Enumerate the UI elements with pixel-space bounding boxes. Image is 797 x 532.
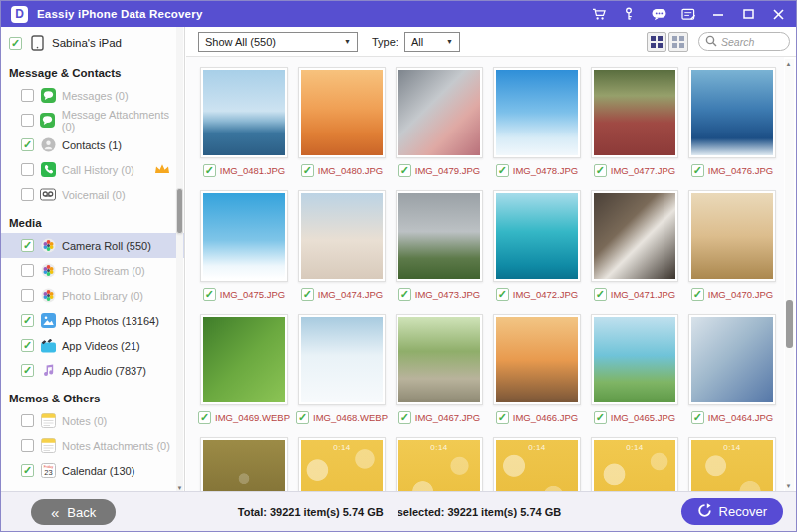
device-checkbox[interactable]: ✓ [9,37,22,50]
photo-checkbox[interactable]: ✓ [496,288,509,301]
photo-thumbnail[interactable] [298,67,386,158]
sidebar-item-camera-roll[interactable]: ✓ Camera Roll (550) [1,233,184,258]
sidebar-item-photo-library[interactable]: ✓ Photo Library (0) [1,283,184,308]
photo-item[interactable]: ✓ IMG_0478.JPG [489,67,585,182]
photo-checkbox[interactable]: ✓ [496,164,509,177]
item-checkbox[interactable]: ✓ [21,464,34,477]
filter-dropdown[interactable]: Show All (550) ▼ [198,32,358,52]
photo-thumbnail[interactable]: 0:14 [688,437,776,493]
item-checkbox[interactable]: ✓ [21,439,34,452]
photo-checkbox[interactable]: ✓ [594,411,607,424]
photo-thumbnail[interactable]: 0:14 [591,437,678,493]
photo-checkbox[interactable]: ✓ [203,164,216,177]
item-checkbox[interactable]: ✓ [21,89,34,102]
photo-checkbox[interactable]: ✓ [398,411,411,424]
photo-thumbnail[interactable] [396,190,483,282]
photo-item[interactable]: ✓ [196,437,292,493]
feedback-chat-icon[interactable] [651,6,666,22]
search-input[interactable] [721,36,783,48]
item-checkbox[interactable]: ✓ [21,314,34,327]
main-scrollbar-thumb[interactable] [786,300,793,348]
photo-item[interactable]: ✓ IMG_0472.JPG [489,190,585,306]
photo-thumbnail[interactable]: 0:14 [396,437,483,493]
key-icon[interactable] [621,6,637,22]
photo-thumbnail[interactable] [493,190,581,282]
item-checkbox[interactable]: ✓ [21,289,34,302]
photo-thumbnail[interactable]: 0:14 [493,437,581,493]
sidebar-item-notes-attachments[interactable]: ✓ Notes Attachments (0) [1,433,184,458]
item-checkbox[interactable]: ✓ [21,138,34,151]
type-dropdown[interactable]: All ▼ [404,32,460,52]
photo-thumbnail[interactable] [688,67,776,158]
photo-item[interactable]: ✓ IMG_0468.WEBP [294,314,390,429]
back-button[interactable]: « Back [31,499,116,525]
sidebar-item-calendar[interactable]: ✓ Friday23 Calendar (130) [1,458,184,483]
photo-thumbnail[interactable] [493,67,581,158]
photo-item[interactable]: ✓ IMG_0469.WEBP [196,314,292,429]
photo-checkbox[interactable]: ✓ [594,164,607,177]
photo-thumbnail[interactable] [200,67,288,158]
sidebar-item-contacts[interactable]: ✓ Contacts (1) [1,133,184,157]
photo-checkbox[interactable]: ✓ [691,164,704,177]
photo-checkbox[interactable]: ✓ [398,164,411,177]
scroll-down-arrow[interactable]: ▼ [785,483,792,489]
photo-item[interactable]: ✓ IMG_0474.JPG [294,190,390,306]
item-checkbox[interactable]: ✓ [21,188,34,201]
register-form-icon[interactable] [680,6,696,22]
photo-item[interactable]: ✓ IMG_0470.JPG [684,190,780,306]
photo-item[interactable]: ✓ IMG_0481.JPG [196,67,292,182]
item-checkbox[interactable]: ✓ [21,339,34,352]
photo-item[interactable]: 0:14 ✓ [294,437,390,493]
photo-thumbnail[interactable] [591,67,678,158]
photo-item[interactable]: 0:14 ✓ [684,437,780,493]
photo-item[interactable]: 0:14 ✓ [489,437,585,493]
photo-item[interactable]: 0:14 ✓ [587,437,682,493]
photo-checkbox[interactable]: ✓ [496,411,509,424]
grid-view-button[interactable] [647,32,666,52]
photo-checkbox[interactable]: ✓ [398,288,411,301]
cart-icon[interactable] [591,6,607,22]
close-button[interactable] [770,6,786,22]
item-checkbox[interactable]: ✓ [21,239,34,252]
item-checkbox[interactable]: ✓ [21,163,34,176]
sidebar-item-app-videos[interactable]: ✓ App Videos (21) [1,333,184,358]
photo-thumbnail[interactable] [200,437,288,493]
photo-thumbnail[interactable] [298,190,386,282]
list-view-button[interactable] [668,32,688,52]
photo-checkbox[interactable]: ✓ [691,288,704,301]
device-row[interactable]: ✓ Sabina's iPad [1,27,184,57]
photo-thumbnail[interactable] [200,190,288,282]
photo-item[interactable]: ✓ IMG_0465.JPG [587,314,682,429]
photo-item[interactable]: ✓ IMG_0475.JPG [196,190,292,306]
sidebar-item-photo-stream[interactable]: ✓ Photo Stream (0) [1,258,184,283]
photo-item[interactable]: ✓ IMG_0473.JPG [392,190,487,306]
minimize-button[interactable] [710,6,726,22]
photo-item[interactable]: ✓ IMG_0479.JPG [392,67,487,182]
photo-checkbox[interactable]: ✓ [594,288,607,301]
sidebar-item-app-audio[interactable]: ✓ App Audio (7837) [1,358,184,383]
photo-checkbox[interactable]: ✓ [198,411,211,424]
photo-thumbnail[interactable] [591,314,678,405]
photo-checkbox[interactable]: ✓ [691,411,704,424]
photo-thumbnail[interactable]: 0:14 [298,437,386,493]
photo-thumbnail[interactable] [688,190,776,282]
photo-checkbox[interactable]: ✓ [301,288,314,301]
recover-button[interactable]: Recover [681,498,783,525]
photo-thumbnail[interactable] [298,314,386,405]
sidebar-item-notes[interactable]: ✓ Notes (0) [1,408,184,433]
photo-item[interactable]: ✓ IMG_0476.JPG [684,67,780,182]
photo-thumbnail[interactable] [591,190,678,282]
photo-thumbnail[interactable] [493,314,581,405]
item-checkbox[interactable]: ✓ [21,114,34,127]
photo-item[interactable]: ✓ IMG_0471.JPG [587,190,682,306]
item-checkbox[interactable]: ✓ [21,414,34,427]
main-scrollbar[interactable]: ▲ ▼ [785,59,794,491]
photo-item[interactable]: ✓ IMG_0467.JPG [392,314,487,429]
photo-thumbnail[interactable] [396,314,483,405]
photo-thumbnail[interactable] [200,314,288,405]
photo-checkbox[interactable]: ✓ [203,288,216,301]
photo-item[interactable]: 0:14 ✓ [392,437,487,493]
photo-item[interactable]: ✓ IMG_0466.JPG [489,314,585,429]
photo-item[interactable]: ✓ IMG_0480.JPG [294,67,390,182]
sidebar-item-message-attachments[interactable]: ✓ Message Attachments (0) [1,108,184,133]
